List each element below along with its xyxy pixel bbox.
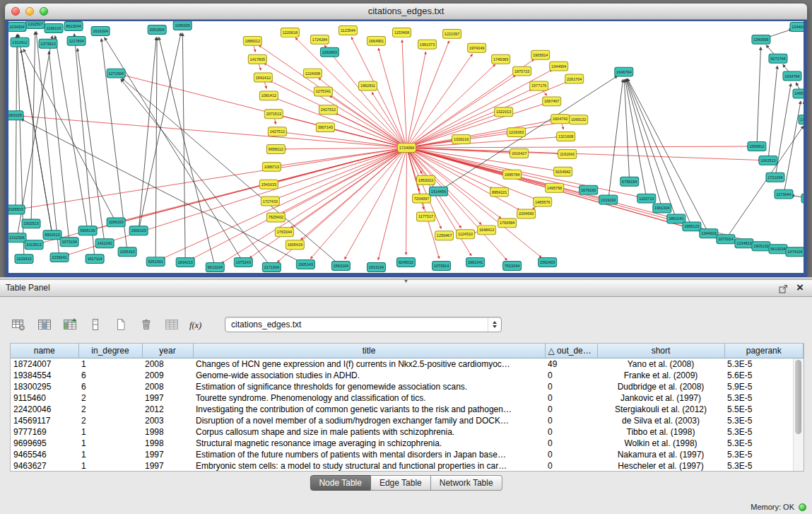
column-header-name[interactable]: name xyxy=(11,344,78,358)
function-builder-button[interactable]: f(x) xyxy=(188,317,206,332)
network-node[interactable]: 1417805 xyxy=(248,54,266,64)
zoom-window-button[interactable] xyxy=(40,7,48,16)
table-row[interactable]: 946554611997Estimation of the future num… xyxy=(11,449,804,460)
row-mode-button[interactable] xyxy=(86,317,104,332)
network-edge[interactable] xyxy=(74,34,95,259)
cell-pagerank[interactable]: 5.3E-5 xyxy=(724,460,804,472)
table-row[interactable]: 2242004622012Investigating the contribut… xyxy=(11,404,804,415)
network-node[interactable]: 1411242 xyxy=(95,239,114,248)
cell-year[interactable]: 1997 xyxy=(142,392,193,404)
cell-name[interactable]: 19384554 xyxy=(11,370,78,381)
cell-in_degree[interactable]: 2 xyxy=(78,392,142,404)
network-edge[interactable] xyxy=(311,148,407,259)
network-node[interactable]: 1062513 xyxy=(759,156,777,165)
network-node[interactable]: 1485579 xyxy=(534,197,552,206)
network-edge[interactable] xyxy=(378,48,406,148)
network-node[interactable]: 1646794 xyxy=(615,67,633,76)
network-node[interactable]: 1995123 xyxy=(683,222,701,231)
network-edge[interactable] xyxy=(23,49,116,222)
cell-name[interactable]: 9463627 xyxy=(11,460,78,472)
network-edge[interactable] xyxy=(407,115,497,148)
network-edge[interactable] xyxy=(295,38,406,148)
network-node[interactable]: 9901513 xyxy=(43,230,61,240)
network-edge[interactable] xyxy=(278,148,407,199)
network-node[interactable]: 1760584 xyxy=(498,218,517,228)
network-node[interactable]: 1103713 xyxy=(637,194,656,203)
network-node[interactable]: 3907143 xyxy=(316,123,334,132)
network-node[interactable]: 1861341 xyxy=(466,258,485,267)
network-edge[interactable] xyxy=(407,54,473,148)
cell-out_degree[interactable]: 0 xyxy=(545,404,597,415)
network-node[interactable]: 1344919 xyxy=(700,229,718,238)
network-edge[interactable] xyxy=(407,148,760,160)
network-node[interactable]: 1592403 xyxy=(539,258,557,267)
network-node[interactable]: 2239041 xyxy=(50,253,69,262)
cell-short[interactable]: Yano et al. (2008) xyxy=(597,358,724,370)
network-node[interactable]: 9252301 xyxy=(146,257,165,267)
network-select[interactable]: citations_edges.txt xyxy=(225,317,502,332)
scrollbar-thumb[interactable] xyxy=(795,360,801,434)
network-node[interactable]: 2427512 xyxy=(319,105,337,115)
network-node[interactable]: 1905143 xyxy=(296,260,314,269)
network-node[interactable]: 1961304 xyxy=(653,204,671,213)
network-node[interactable]: 1073913 xyxy=(39,39,57,48)
network-node[interactable]: 5905130 xyxy=(78,226,97,235)
network-node[interactable]: 1834213 xyxy=(176,258,194,267)
network-node[interactable]: 2063108 xyxy=(8,111,23,120)
network-node[interactable]: 1034304 xyxy=(8,22,26,31)
network-node[interactable]: 8954221 xyxy=(490,187,509,197)
cell-year[interactable]: 2012 xyxy=(142,404,193,415)
network-node[interactable]: 1617114 xyxy=(86,255,104,264)
network-node[interactable]: 1514456 xyxy=(430,187,448,196)
network-node[interactable]: 1772034 xyxy=(799,115,804,124)
delete-table-button[interactable] xyxy=(163,317,180,332)
network-edge[interactable] xyxy=(22,116,407,148)
network-node[interactable]: 1886012 xyxy=(243,36,261,45)
network-edge[interactable] xyxy=(407,148,507,260)
network-node[interactable]: 1073104 xyxy=(60,238,78,247)
network-edge[interactable] xyxy=(407,41,449,148)
network-node[interactable]: 1721034 xyxy=(766,173,784,182)
network-edge[interactable] xyxy=(49,52,69,243)
network-node[interactable]: 1312412 xyxy=(11,37,29,47)
network-node[interactable]: 1196103 xyxy=(45,23,63,33)
cell-pagerank[interactable]: 5.6E-5 xyxy=(724,370,804,381)
cell-in_degree[interactable]: 2 xyxy=(78,404,142,415)
network-edge[interactable] xyxy=(626,79,662,208)
network-node[interactable]: 1173044 xyxy=(775,189,793,199)
network-node[interactable]: 1086305 xyxy=(173,21,192,30)
network-node[interactable]: 2071513 xyxy=(264,110,283,119)
network-node[interactable]: 9245012 xyxy=(396,258,415,267)
cell-title[interactable]: Tourette syndrome. Phenomenology and cla… xyxy=(193,392,545,404)
table-row[interactable]: 911546021997Tourette syndrome. Phenomeno… xyxy=(11,392,804,404)
network-node[interactable]: 1161642 xyxy=(558,149,577,158)
cell-pagerank[interactable]: 5.3E-5 xyxy=(724,449,804,460)
cell-year[interactable]: 2008 xyxy=(142,358,193,370)
network-node[interactable]: 1234813 xyxy=(735,239,753,248)
network-node[interactable]: 9154942 xyxy=(554,167,572,176)
network-node[interactable]: 1913134 xyxy=(367,263,385,272)
cell-pagerank[interactable]: 5.3E-5 xyxy=(724,438,804,449)
tab-node-table[interactable]: Node Table xyxy=(310,475,371,491)
cell-short[interactable]: Wolkin et al. (1998) xyxy=(597,438,724,449)
network-node[interactable]: 2202507 xyxy=(26,21,45,28)
network-node[interactable]: 2026503 xyxy=(8,205,25,214)
cell-name[interactable]: 9115460 xyxy=(11,392,78,404)
tab-edge-table[interactable]: Edge Table xyxy=(371,475,431,491)
network-node[interactable]: 1186103 xyxy=(107,218,125,227)
window-title-bar[interactable]: citations_edges.txt xyxy=(5,4,807,20)
network-node[interactable]: 1687467 xyxy=(543,97,561,106)
cell-year[interactable]: 1998 xyxy=(142,426,193,438)
cell-out_degree[interactable]: 0 xyxy=(545,426,597,438)
network-node[interactable]: 1086713 xyxy=(262,162,281,171)
cell-in_degree[interactable]: 6 xyxy=(78,381,142,392)
table-row[interactable]: 969969511998Structural magnetic resonanc… xyxy=(11,438,804,449)
cell-short[interactable]: Jankovic et al. (1997) xyxy=(597,392,724,404)
cell-name[interactable]: 18300295 xyxy=(11,381,78,392)
cell-year[interactable]: 1997 xyxy=(142,449,193,460)
network-node[interactable]: 1905814 xyxy=(531,50,550,59)
column-header-pagerank[interactable]: pagerank xyxy=(724,344,804,358)
cell-short[interactable]: de Silva et al. (2003) xyxy=(597,415,724,426)
network-node[interactable]: 1577176 xyxy=(530,81,548,90)
network-node[interactable]: 1326216 xyxy=(452,135,471,144)
